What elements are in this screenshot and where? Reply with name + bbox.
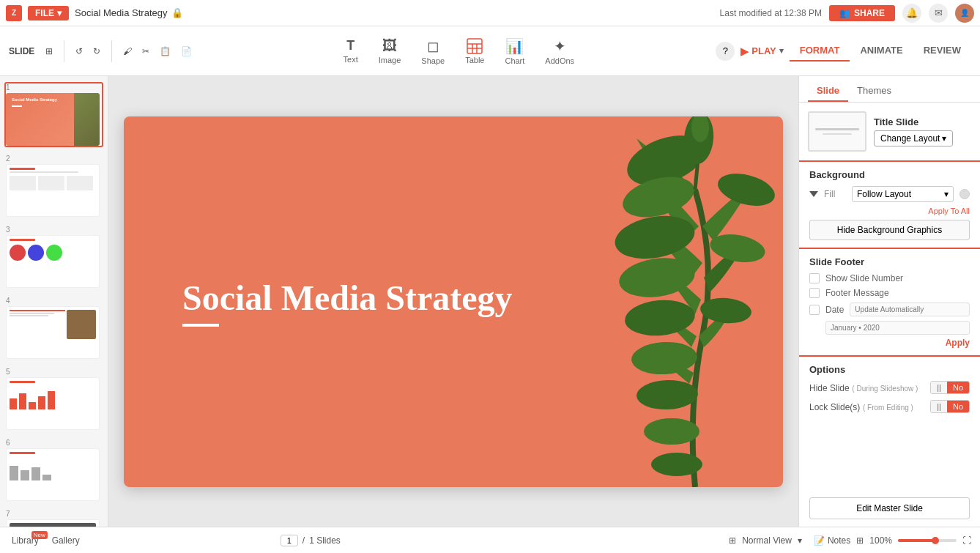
fill-collapse-icon[interactable] [809,191,818,197]
library-tab[interactable]: Library New [9,534,42,547]
format-bar: FORMAT ANIMATE REVIEW [790,40,971,62]
tool-table[interactable]: Table [455,35,494,67]
lock-slide-label: Lock Slide(s) [809,402,860,412]
gallery-tab[interactable]: Gallery [49,534,83,547]
zoom-slider[interactable] [898,539,957,542]
slide-thumb-7[interactable]: 7 📷 [4,508,103,527]
background-section: Background Fill Follow Layout ▾ Apply To… [799,160,980,248]
slide-thumb-1[interactable]: 1 Social Media Strategy [4,82,103,147]
thumb-img-7: 📷 [6,519,100,527]
apply-to-all-link[interactable]: Apply To All [809,207,970,215]
redo-button[interactable]: ↻ [89,44,104,59]
undo-button[interactable]: ↺ [72,44,86,59]
fill-label: Fill [824,189,846,199]
main-area: 1 Social Media Strategy 2 [0,76,980,527]
slide-underline [182,324,219,327]
app-icon: Z [6,5,22,21]
tab-themes[interactable]: Themes [848,81,900,102]
share-button[interactable]: 👥 SHARE [829,5,895,21]
edit-master-button[interactable]: Edit Master Slide [809,497,970,519]
slide-label: SLIDE [9,46,34,56]
shape-icon: ◻ [427,37,439,55]
svg-point-14 [714,168,779,211]
footer-message-row: Footer Message [809,288,970,298]
image-icon: 🖼 [382,37,397,54]
change-layout-button[interactable]: Change Layout ▾ [874,130,953,146]
show-slide-number-checkbox[interactable] [809,273,820,283]
thumb-img-5 [6,377,100,430]
svg-rect-0 [467,39,482,53]
slide-panel: 1 Social Media Strategy 2 [0,76,108,527]
chart-icon: 📊 [505,37,524,55]
paste-button[interactable]: 📄 [177,44,196,59]
hide-slide-row: Hide Slide ( During Slideshow ) || No [809,381,970,394]
hide-slide-yes[interactable]: || [931,382,947,393]
notes-button[interactable]: 📝 Notes [814,535,850,546]
file-menu-button[interactable]: FILE ▾ [28,6,69,21]
slide-thumb-3[interactable]: 3 [4,224,103,289]
hide-slide-no[interactable]: No [947,382,969,393]
show-slide-number-row: Show Slide Number [809,273,970,283]
tab-review[interactable]: REVIEW [913,40,971,62]
hide-slide-toggle: || No [930,381,970,394]
lock-slide-toggle: || No [930,400,970,413]
view-caret[interactable]: ▾ [798,535,802,546]
tool-image[interactable]: 🖼 Image [368,34,412,67]
date-label: Date [825,305,844,315]
plant-decoration [490,116,783,487]
date-checkbox[interactable] [809,305,820,315]
thumb-img-6 [6,448,100,501]
fill-dropdown[interactable]: Follow Layout ▾ [852,186,954,202]
notification-icon[interactable]: 🔔 [902,4,921,23]
layout-info: Title Slide Change Layout ▾ [874,116,971,146]
options-section: Options Hide Slide ( During Slideshow ) … [799,355,980,426]
date-value-input[interactable] [825,321,970,335]
background-title: Background [809,169,970,180]
tab-animate[interactable]: ANIMATE [850,40,913,62]
svg-point-11 [636,379,698,410]
cut-button[interactable]: ✂ [138,44,153,59]
date-input[interactable] [850,303,970,316]
page-total: 1 Slides [309,535,341,546]
zoom-level: 100% [869,535,892,546]
tool-text[interactable]: T Text [333,35,368,67]
bottom-right: ⊞ Normal View ▾ 📝 Notes ⊞ 100% ⛶ [729,535,971,546]
slide-thumb-5[interactable]: 5 [4,366,103,431]
edit-master-section: Edit Master Slide [799,490,980,527]
tool-addons[interactable]: ✦ AddOns [535,34,584,68]
page-input[interactable] [281,535,298,546]
hide-background-button[interactable]: Hide Background Graphics [809,220,970,240]
copy-style-button[interactable]: 🖌 [119,44,136,59]
copy-button[interactable]: 📋 [156,44,174,59]
color-picker[interactable] [959,189,970,199]
layout-toggle-button[interactable]: ⊞ [42,44,56,59]
toolbar-right: ? ▶ PLAY ▾ FORMAT ANIMATE REVIEW [716,40,971,62]
apply-link[interactable]: Apply [809,338,970,348]
hide-slide-label-group: Hide Slide ( During Slideshow ) [809,382,918,393]
top-bar: Z FILE ▾ Social Media Strategy 🔒 Last mo… [0,0,980,26]
bottom-bar: Library New Gallery / 1 Slides ⊞ Normal … [0,527,980,553]
tool-chart[interactable]: 📊 Chart [494,34,535,68]
tab-slide[interactable]: Slide [808,81,848,102]
lock-slide-yes[interactable]: || [931,401,947,412]
mail-icon[interactable]: ✉ [929,4,948,23]
layout-preview: Title Slide Change Layout ▾ [799,103,980,160]
tab-format[interactable]: FORMAT [790,40,850,62]
avatar[interactable]: 👤 [955,4,974,23]
toolbar: SLIDE ⊞ ↺ ↻ 🖌 ✂ 📋 📄 T Text 🖼 Image ◻ Sha… [0,26,980,76]
divider2 [111,40,112,62]
slide-canvas: Social Media Strategy [124,116,783,487]
layout-thumbnail [808,111,866,152]
help-icon[interactable]: ? [716,42,735,61]
slide-thumb-4[interactable]: 4 [4,295,103,360]
canvas-area[interactable]: Social Media Strategy [108,76,798,527]
slide-thumb-2[interactable]: 2 [4,153,103,218]
play-button[interactable]: ▶ PLAY ▾ [740,45,783,57]
thumb-img-1: Social Media Strategy [6,93,100,146]
tool-shape[interactable]: ◻ Shape [411,34,455,68]
slide-thumb-6[interactable]: 6 [4,437,103,502]
footer-message-checkbox[interactable] [809,288,820,298]
bottom-left: Library New Gallery [9,534,83,547]
lock-slide-no[interactable]: No [947,401,969,412]
view-label: Normal View [742,535,792,546]
